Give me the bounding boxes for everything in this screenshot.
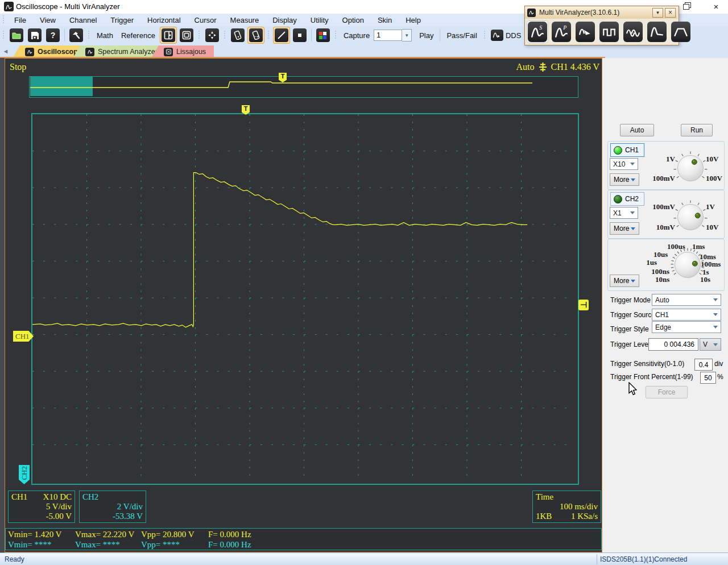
toolbar-grip <box>267 31 270 40</box>
ch1-readout-box: CH1 X10 DC 5 V/div -5.00 V <box>8 491 75 523</box>
time-rate: 1 KSa/s <box>571 512 598 521</box>
reference-button[interactable]: Reference <box>117 30 159 41</box>
ch1-more-button[interactable]: More <box>610 173 639 186</box>
trigger-front-input[interactable] <box>700 372 716 384</box>
trigger-mode-readout: Auto <box>516 62 535 72</box>
launcher-dropdown-icon[interactable]: ▼ <box>652 8 663 18</box>
launcher-pulse-wave-button[interactable] <box>670 20 692 43</box>
launcher-dual-wave-button[interactable] <box>622 20 644 43</box>
menu-view[interactable]: View <box>33 15 63 26</box>
dds-label: DDS <box>503 31 523 40</box>
acquisition-status: Stop <box>10 62 26 72</box>
split-view-icon <box>164 31 173 40</box>
work-area: Stop Auto CH1 4.436 V T T CH1 CH2 ⊣ CH1 … <box>0 58 728 552</box>
autoset-button[interactable] <box>204 27 221 44</box>
toolbar-grip <box>2 15 5 24</box>
menu-file[interactable]: File <box>7 15 33 26</box>
menu-cursor[interactable]: Cursor <box>188 15 224 26</box>
menu-channel[interactable]: Channel <box>63 15 104 26</box>
launcher-sweep-wave-button[interactable] <box>646 20 668 43</box>
status-device: ISDS205B(1.1)(1)Connected <box>600 555 687 563</box>
passfail-button[interactable]: Pass/Fail <box>442 30 481 41</box>
menu-horizontal[interactable]: Horizontal <box>140 15 188 26</box>
tab-lissajous[interactable]: Lissajous <box>151 45 214 58</box>
launcher-close-icon[interactable]: × <box>665 8 676 18</box>
trigger-level-marker[interactable]: ⊣ <box>578 300 589 310</box>
menu-trigger[interactable]: Trigger <box>104 15 140 26</box>
launcher-body: S P <box>525 19 677 44</box>
ch2-title: CH2 <box>82 492 98 502</box>
trigger-source-select[interactable]: CH1 <box>652 309 721 321</box>
window-title: Oscilloscope - Multi VirAnalyzer <box>16 2 120 11</box>
tab-spectrum-analyzer[interactable]: Spectrum Analyzer <box>73 45 166 58</box>
waveform-icon <box>5 3 13 10</box>
time-more-button[interactable]: More <box>610 275 639 287</box>
ch2-readout-box: CH2 2 V/div -53.38 V <box>79 491 146 523</box>
trigger-mode-label: Trigger Mode <box>610 296 651 304</box>
run-button[interactable]: Run <box>681 124 713 136</box>
launcher-square-wave-button[interactable] <box>598 20 620 43</box>
trigger-style-select[interactable]: Edge <box>652 321 721 333</box>
close-icon[interactable]: × <box>709 1 723 13</box>
waveform-overview[interactable] <box>29 76 578 98</box>
save-button[interactable] <box>26 27 43 44</box>
color-button[interactable] <box>315 27 332 44</box>
launcher-signal-source-button[interactable] <box>574 20 596 43</box>
tab-scroll-left-icon[interactable]: ◄ <box>2 47 10 56</box>
capture-count-input[interactable] <box>374 30 402 41</box>
ch1-title: CH1 <box>11 492 27 502</box>
panel-button[interactable] <box>229 27 246 44</box>
square-wave-icon <box>602 24 617 39</box>
math-button[interactable]: Math <box>93 30 117 41</box>
scope-display: Stop Auto CH1 4.436 V T T CH1 CH2 ⊣ CH1 … <box>5 58 602 552</box>
dot-draw-button[interactable] <box>291 27 308 44</box>
ch1-enable-button[interactable]: CH1 <box>610 143 644 157</box>
ch1-position-marker[interactable]: CH1 <box>13 331 34 342</box>
ch2-more-button[interactable]: More <box>610 222 639 235</box>
capture-dropdown-icon[interactable]: ▼ <box>402 29 412 41</box>
dds-button[interactable]: DDS <box>489 28 525 43</box>
svg-text:P: P <box>562 24 566 31</box>
trigger-readout: Auto CH1 4.436 V <box>516 62 600 72</box>
single-view-button[interactable] <box>178 27 195 44</box>
open-button[interactable] <box>8 27 25 44</box>
menu-help[interactable]: Help <box>399 15 428 26</box>
tool-button[interactable] <box>68 27 85 44</box>
control-panel: Auto Run CH1 X10 More 1V 10V 100mV 100V … <box>605 116 728 565</box>
trigger-sensitivity-input[interactable] <box>694 359 713 371</box>
chevron-down-icon <box>631 280 635 282</box>
play-button[interactable]: Play <box>415 30 437 41</box>
split-view-button[interactable] <box>160 27 177 44</box>
ch2-position-marker[interactable]: CH2 <box>19 465 30 484</box>
panel-arrange-button[interactable] <box>247 27 264 44</box>
menu-skin[interactable]: Skin <box>371 15 399 26</box>
help-button[interactable]: ? <box>44 27 61 44</box>
timebase-group: More 100us 1ms 10us 10ms 1us 100ms 100ns… <box>607 239 725 291</box>
launcher-oscilloscope-button[interactable]: S <box>527 20 548 43</box>
measure-vmin-ch1: Vmin= 1.420 V <box>8 529 75 539</box>
ch1-group: CH1 X10 More 1V 10V 100mV 100V <box>607 141 725 190</box>
toolbar-grip <box>2 31 5 40</box>
auto-button[interactable]: Auto <box>620 124 654 136</box>
menu-utility[interactable]: Utility <box>304 15 336 26</box>
overview-trace <box>30 77 577 96</box>
menu-option[interactable]: Option <box>336 15 371 26</box>
trigger-mode-select[interactable]: Auto <box>652 294 721 306</box>
mouse-cursor-icon <box>627 382 637 397</box>
ch2-attenuation-select[interactable]: X1 <box>610 207 638 219</box>
trigger-level-input[interactable] <box>648 338 698 351</box>
launcher-spectrum-button[interactable]: P <box>551 20 572 43</box>
ch1-attenuation-select[interactable]: X10 <box>610 158 638 170</box>
restore-icon[interactable] <box>680 2 695 12</box>
menu-measure[interactable]: Measure <box>224 15 266 26</box>
trigger-level-unit-select[interactable]: V <box>700 338 721 351</box>
chevron-down-icon <box>713 313 718 316</box>
waveform-trace <box>32 114 576 481</box>
menu-display[interactable]: Display <box>266 15 304 26</box>
force-button[interactable]: Force <box>646 386 688 398</box>
trigger-source-label: Trigger Source <box>610 311 655 319</box>
launcher-title-bar[interactable]: Multi VirAnalyzer(3.10.6.1) ▼ × <box>525 6 677 19</box>
dual-wave-icon <box>626 24 640 39</box>
status-ready: Ready <box>5 555 24 563</box>
line-draw-button[interactable] <box>273 27 290 44</box>
